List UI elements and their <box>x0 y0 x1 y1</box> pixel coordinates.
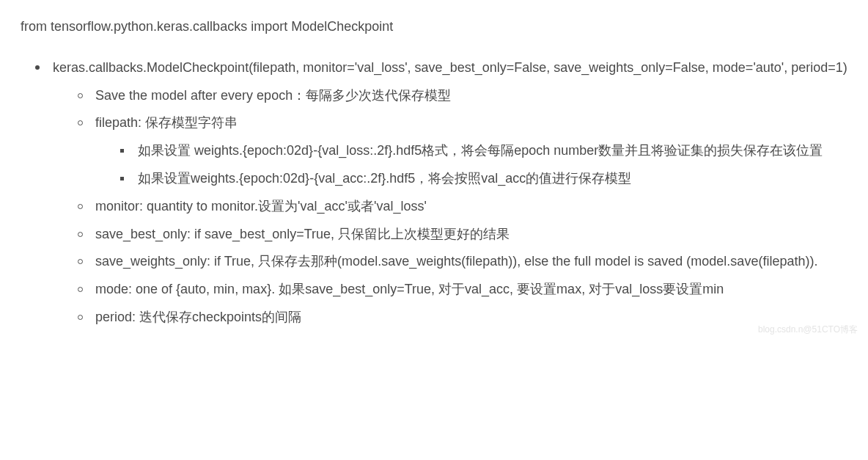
sub-list: Save the model after every epoch：每隔多少次迭代… <box>53 82 847 332</box>
list-item: monitor: quantity to monitor.设置为'val_acc… <box>89 193 847 221</box>
filepath-example-2: 如果设置weights.{epoch:02d}-{val_acc:.2f}.hd… <box>138 171 631 186</box>
main-api-signature: keras.callbacks.ModelCheckpoint(filepath… <box>53 60 847 75</box>
list-item: keras.callbacks.ModelCheckpoint(filepath… <box>47 54 847 332</box>
param-desc-filepath: filepath: 保存模型字符串 <box>95 115 238 130</box>
list-item: Save the model after every epoch：每隔多少次迭代… <box>89 82 847 110</box>
list-item: period: 迭代保存checkpoints的间隔 <box>89 304 847 332</box>
list-item: mode: one of {auto, min, max}. 如果save_be… <box>89 276 847 304</box>
list-item: filepath: 保存模型字符串 如果设置 weights.{epoch:02… <box>89 109 847 192</box>
list-item: 如果设置 weights.{epoch:02d}-{val_loss:.2f}.… <box>132 137 847 165</box>
param-desc-save-epoch: Save the model after every epoch：每隔多少次迭代… <box>95 88 451 103</box>
param-desc-mode: mode: one of {auto, min, max}. 如果save_be… <box>95 282 724 296</box>
watermark: blog.csdn.n@51CTO博客 <box>758 321 858 339</box>
list-item: 如果设置weights.{epoch:02d}-{val_acc:.2f}.hd… <box>132 165 847 193</box>
list-item: save_weights_only: if True, 只保存去那种(model… <box>89 248 847 276</box>
main-list: keras.callbacks.ModelCheckpoint(filepath… <box>21 54 847 332</box>
list-item: save_best_only: if save_best_only=True, … <box>89 221 847 249</box>
param-desc-monitor: monitor: quantity to monitor.设置为'val_acc… <box>95 199 427 213</box>
param-desc-save-weights-only: save_weights_only: if True, 只保存去那种(model… <box>95 254 817 269</box>
param-desc-period: period: 迭代保存checkpoints的间隔 <box>95 310 301 324</box>
filepath-example-1: 如果设置 weights.{epoch:02d}-{val_loss:.2f}.… <box>138 143 823 158</box>
param-desc-save-best-only: save_best_only: if save_best_only=True, … <box>95 227 510 241</box>
sub-sub-list: 如果设置 weights.{epoch:02d}-{val_loss:.2f}.… <box>95 137 847 193</box>
import-statement: from tensorflow.python.keras.callbacks i… <box>21 13 847 41</box>
